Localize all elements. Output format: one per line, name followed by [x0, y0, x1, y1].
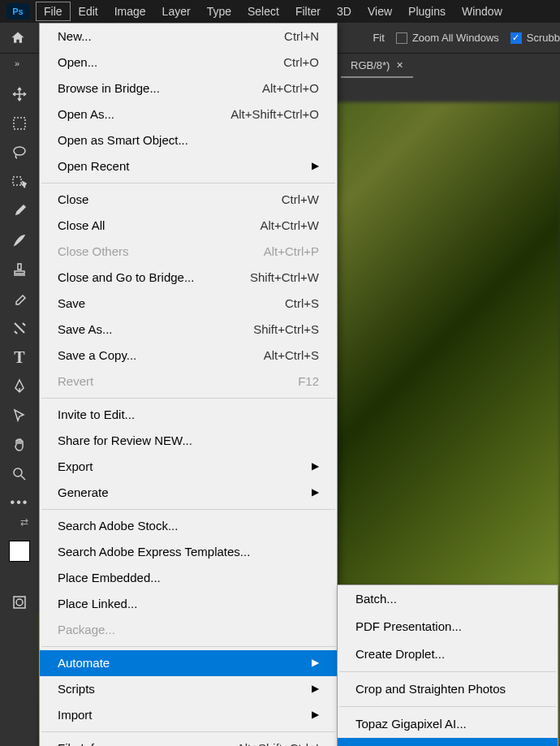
submenu-item-crop-and-straighten-photos[interactable]: Crop and Straighten Photos [338, 675, 558, 703]
collapse-options-icon[interactable]: » [3, 58, 31, 68]
menu-item-place-linked[interactable]: Place Linked... [40, 591, 337, 617]
menu-3d[interactable]: 3D [329, 2, 360, 21]
menu-item-file-info[interactable]: File Info...Alt+Shift+Ctrl+I [40, 735, 337, 746]
close-icon[interactable]: × [396, 58, 403, 71]
menu-item-import[interactable]: Import▶ [40, 702, 337, 728]
menu-filter[interactable]: Filter [287, 2, 329, 21]
document-tab[interactable]: RGB/8*) × [341, 54, 413, 78]
menu-item-open-as-smart-object[interactable]: Open as Smart Object... [40, 127, 337, 153]
menu-item-generate[interactable]: Generate▶ [40, 480, 337, 506]
menu-window[interactable]: Window [454, 2, 510, 21]
home-icon[interactable] [8, 28, 28, 48]
menu-item-search-adobe-express-templates[interactable]: Search Adobe Express Templates... [40, 539, 337, 565]
menu-item-scripts[interactable]: Scripts▶ [40, 676, 337, 702]
marquee-tool-icon[interactable] [8, 112, 31, 135]
file-menu-dropdown: New...Ctrl+NOpen...Ctrl+OBrowse in Bridg… [39, 23, 338, 746]
submenu-item-topaz-photo-ai[interactable]: Topaz Photo AI... [338, 738, 558, 746]
svg-point-1 [14, 147, 25, 155]
menu-item-automate[interactable]: Automate▶ [40, 650, 337, 676]
zoom-all-checkbox[interactable] [396, 32, 407, 44]
menu-item-close-and-go-to-bridge[interactable]: Close and Go to Bridge...Shift+Ctrl+W [40, 265, 337, 291]
svg-point-3 [14, 468, 22, 476]
type-tool-icon[interactable]: T [8, 346, 31, 369]
eyedropper-tool-icon[interactable] [8, 200, 31, 222]
menu-select[interactable]: Select [239, 2, 287, 21]
menu-item-save-a-copy[interactable]: Save a Copy...Alt+Ctrl+S [40, 343, 337, 369]
tab-title: RGB/8*) [351, 59, 390, 71]
svg-rect-0 [14, 118, 25, 129]
svg-point-5 [16, 599, 23, 606]
menu-item-package: Package... [40, 617, 337, 643]
menu-item-revert: RevertF12 [40, 369, 337, 395]
menu-item-open-recent[interactable]: Open Recent▶ [40, 153, 337, 179]
menu-item-share-for-review-new[interactable]: Share for Review NEW... [40, 428, 337, 454]
scrubby-checkbox[interactable]: ✓ [510, 32, 522, 44]
gradient-tool-icon[interactable] [8, 317, 31, 339]
menu-item-open[interactable]: Open...Ctrl+O [40, 50, 337, 75]
tool-panel: T ••• ⇄ [0, 78, 39, 614]
zoom-all-label: Zoom All Windows [412, 32, 499, 44]
menu-item-new[interactable]: New...Ctrl+N [40, 24, 337, 50]
submenu-item-create-droplet[interactable]: Create Droplet... [338, 640, 558, 668]
stamp-tool-icon[interactable] [8, 258, 31, 281]
zoom-tool-icon[interactable] [8, 463, 31, 485]
move-tool-icon[interactable] [8, 83, 31, 106]
quickmask-icon[interactable] [8, 591, 31, 614]
hand-tool-icon[interactable] [8, 433, 31, 456]
menu-file[interactable]: File [36, 2, 71, 21]
menu-item-place-embedded[interactable]: Place Embedded... [40, 565, 337, 591]
automate-submenu: Batch...PDF Presentation...Create Drople… [337, 584, 558, 746]
menu-view[interactable]: View [360, 2, 400, 21]
submenu-item-batch[interactable]: Batch... [338, 585, 558, 613]
fit-label: Fit [373, 32, 384, 44]
menu-item-close-all[interactable]: Close AllAlt+Ctrl+W [40, 213, 337, 239]
submenu-item-topaz-gigapixel-ai[interactable]: Topaz Gigapixel AI... [338, 710, 558, 738]
svg-rect-2 [13, 177, 21, 185]
photoshop-icon: Ps [6, 3, 29, 19]
menu-plugins[interactable]: Plugins [400, 2, 454, 21]
lasso-tool-icon[interactable] [8, 141, 31, 164]
menu-bar: Ps File Edit Image Layer Type Select Fil… [0, 0, 560, 23]
menu-item-invite-to-edit[interactable]: Invite to Edit... [40, 402, 337, 428]
menu-item-browse-in-bridge[interactable]: Browse in Bridge...Alt+Ctrl+O [40, 75, 337, 101]
menu-layer[interactable]: Layer [154, 2, 199, 21]
swap-colors-icon[interactable]: ⇄ [20, 516, 28, 528]
menu-item-open-as[interactable]: Open As...Alt+Shift+Ctrl+O [40, 101, 337, 127]
object-select-tool-icon[interactable] [8, 170, 31, 193]
menu-item-close[interactable]: CloseCtrl+W [40, 187, 337, 213]
submenu-item-pdf-presentation[interactable]: PDF Presentation... [338, 613, 558, 640]
eraser-tool-icon[interactable] [8, 287, 31, 310]
brush-tool-icon[interactable] [8, 229, 31, 252]
menu-item-export[interactable]: Export▶ [40, 454, 337, 480]
menu-image[interactable]: Image [106, 2, 154, 21]
menu-item-save-as[interactable]: Save As...Shift+Ctrl+S [40, 317, 337, 343]
menu-item-close-others: Close OthersAlt+Ctrl+P [40, 239, 337, 265]
more-tools-icon[interactable]: ••• [11, 495, 29, 510]
menu-type[interactable]: Type [199, 2, 239, 21]
scrubby-label: Scrubb [527, 32, 560, 44]
menu-item-search-adobe-stock[interactable]: Search Adobe Stock... [40, 513, 337, 539]
path-select-tool-icon[interactable] [8, 404, 31, 427]
menu-edit[interactable]: Edit [71, 2, 106, 21]
foreground-color[interactable] [9, 541, 30, 562]
svg-rect-4 [14, 597, 25, 608]
menu-item-save[interactable]: SaveCtrl+S [40, 291, 337, 317]
pen-tool-icon[interactable] [8, 375, 31, 398]
